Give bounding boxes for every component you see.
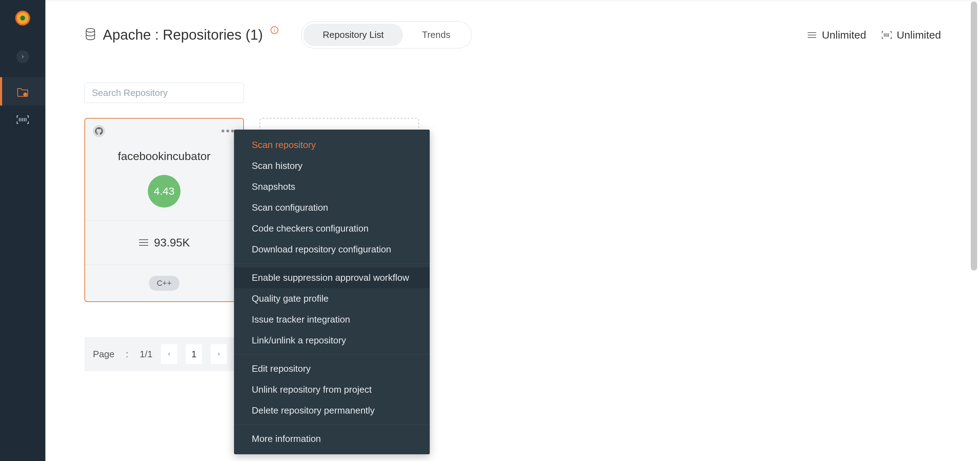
barcode-scan-icon: [16, 113, 29, 127]
sidebar: P: [0, 0, 45, 461]
scrollbar-thumb[interactable]: [971, 2, 977, 271]
pagination-prev[interactable]: [161, 344, 177, 364]
main-content: Apache : Repositories (1) i Repository L…: [45, 0, 980, 461]
pagination-next[interactable]: [211, 344, 227, 364]
scans-quota-label: Unlimited: [897, 29, 941, 41]
menu-scan-history[interactable]: Scan history: [234, 155, 430, 176]
github-icon: [93, 125, 105, 137]
tab-repository-list[interactable]: Repository List: [304, 24, 403, 46]
menu-delete-repository-permanently[interactable]: Delete repository permanently: [234, 400, 430, 421]
pagination-current[interactable]: 1: [186, 344, 202, 364]
chevron-right-icon: [20, 54, 25, 59]
folder-icon: P: [16, 85, 29, 98]
view-toggle: Repository List Trends: [301, 21, 472, 49]
menu-edit-repository[interactable]: Edit repository: [234, 358, 430, 379]
sidebar-item-projects[interactable]: P: [0, 77, 45, 106]
repo-language: C++: [149, 276, 180, 291]
repo-context-menu: Scan repository Scan history Snapshots S…: [234, 130, 430, 454]
menu-more-information[interactable]: More information: [234, 428, 430, 449]
svg-point-2: [86, 29, 95, 32]
page-header: Apache : Repositories (1) i Repository L…: [84, 21, 941, 49]
pagination-total: 1/1: [140, 349, 153, 360]
info-icon[interactable]: i: [270, 26, 278, 34]
card-menu-button[interactable]: •••: [221, 128, 235, 134]
menu-quality-gate-profile[interactable]: Quality gate profile: [234, 288, 430, 309]
menu-issue-tracker-integration[interactable]: Issue tracker integration: [234, 309, 430, 330]
search-input[interactable]: [84, 82, 244, 103]
menu-link-unlink-repository[interactable]: Link/unlink a repository: [234, 330, 430, 351]
pagination: Page : 1/1 1: [84, 337, 235, 371]
scans-quota: Unlimited: [882, 29, 941, 41]
menu-enable-suppression-approval[interactable]: Enable suppression approval workflow: [234, 267, 430, 288]
menu-unlink-repository-from-project[interactable]: Unlink repository from project: [234, 379, 430, 400]
app-logo[interactable]: [15, 11, 30, 25]
tab-trends[interactable]: Trends: [403, 24, 469, 46]
scan-icon: [882, 31, 892, 39]
lines-icon: [807, 32, 817, 39]
menu-scan-configuration[interactable]: Scan configuration: [234, 197, 430, 218]
chevron-left-icon: [167, 352, 172, 356]
sidebar-item-scans[interactable]: [0, 106, 45, 134]
repo-name: facebookincubator: [85, 150, 243, 163]
menu-download-repo-config[interactable]: Download repository configuration: [234, 239, 430, 260]
menu-snapshots[interactable]: Snapshots: [234, 176, 430, 197]
repo-card[interactable]: ••• facebookincubator 4.43 93.95K C++: [84, 118, 244, 302]
menu-code-checkers-configuration[interactable]: Code checkers configuration: [234, 218, 430, 239]
lines-icon: [138, 239, 149, 246]
database-icon: [84, 28, 96, 42]
svg-text:P: P: [24, 93, 26, 96]
chevron-right-icon: [216, 352, 221, 356]
repo-score: 4.43: [148, 175, 180, 208]
page-title: Apache : Repositories (1): [103, 27, 263, 43]
pagination-label: Page: [93, 349, 115, 360]
repo-loc: 93.95K: [154, 236, 190, 249]
lines-quota: Unlimited: [807, 29, 866, 41]
sidebar-expand-button[interactable]: [16, 50, 29, 63]
scrollbar[interactable]: [969, 0, 978, 461]
lines-quota-label: Unlimited: [822, 29, 866, 41]
menu-scan-repository[interactable]: Scan repository: [234, 135, 430, 155]
